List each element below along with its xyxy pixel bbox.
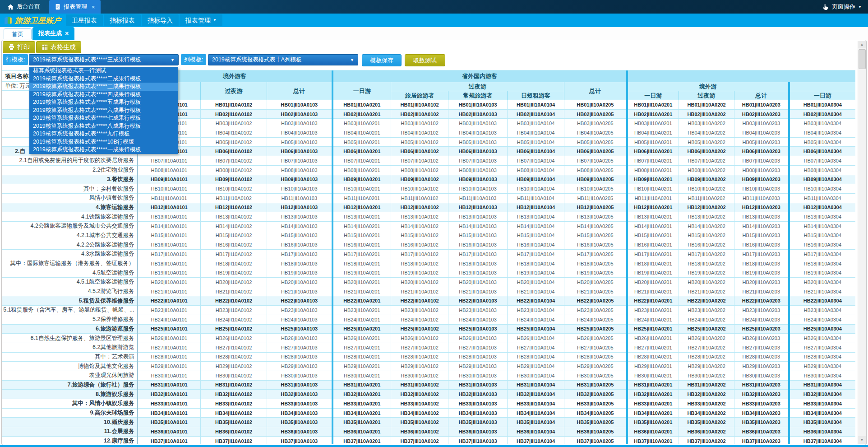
table-row[interactable]: 5.2保养维修服务HB24|II10A0101HB24|II10A0102HB2… — [2, 315, 856, 324]
dropdown-option[interactable]: 2019核算系统报表格式表*****七成果行模板 — [29, 114, 178, 122]
code-cell: HB37|III10A0203 — [734, 436, 789, 444]
table-row[interactable]: 11.会展服务HB36|II10A0101HB36|II10A0102HB36|… — [2, 427, 856, 437]
scroll-up-icon[interactable]: ▲ — [858, 41, 866, 48]
table-row[interactable]: 2.1自用或免费使用的用于度假的次要居所服务HB07|II10A0101HB07… — [2, 156, 856, 166]
code-cell: HB09|III10A0202 — [679, 175, 734, 184]
menu-item-report-management[interactable]: 报表管理 ▼ — [180, 14, 222, 26]
dropdown-option[interactable]: 2019核算系统报表格式表*****五成果行模板 — [29, 98, 178, 107]
table-row[interactable]: 3.餐饮服务HB09|II10A0101HB09|II10A0102HB09|I… — [2, 175, 856, 184]
close-icon[interactable]: × — [92, 4, 95, 10]
code-cell: HB09|III10A0103 — [448, 175, 508, 184]
row-label: 11.会展服务 — [2, 427, 138, 437]
code-cell: HB10|II10A0205 — [564, 184, 627, 194]
code-cell: HB05|III10A0202 — [679, 137, 734, 147]
code-cell: HB37|II10A0101 — [138, 436, 201, 444]
code-cell: HB22|II10A0201 — [332, 296, 391, 306]
dropdown-option[interactable]: 2019核算系统报表格式表*****六成果行模板 — [29, 107, 178, 115]
code-cell: HB13|II10A0101 — [138, 212, 201, 222]
code-cell: HB32|III10A0104 — [508, 390, 564, 399]
code-cell: HB03|III10A0201 — [627, 119, 679, 128]
code-cell: HB03|II10A0201 — [332, 119, 391, 128]
menu-item-satellite-reports[interactable]: 卫星报表 — [66, 14, 103, 26]
dropdown-option[interactable]: 2019核算系统报表格式表*****九行模板 — [29, 130, 178, 138]
table-row[interactable]: 10.婚庆服务HB35|II10A0101HB35|II10A0102HB35|… — [2, 418, 856, 427]
fetch-test-button[interactable]: 取数测试 — [405, 54, 445, 66]
table-row[interactable]: 4.1铁路旅客运输服务HB13|II10A0101HB13|II10A0102H… — [2, 212, 856, 222]
table-row[interactable]: 4.3水路旅客运输服务HB17|II10A0101HB17|II10A0102H… — [2, 250, 856, 259]
dropdown-option[interactable]: 核算系统报表格式表一行测试 — [29, 67, 178, 75]
table-row[interactable]: 6.旅游游览服务HB25|II10A0101HB25|II10A0102HB25… — [2, 324, 856, 334]
code-cell: HB09|II10A0201 — [332, 175, 391, 184]
row-template-select[interactable]: 2019核算系统报表格式表*****三成果行模板 ▼ — [29, 54, 179, 65]
menu-item-indicator-import[interactable]: 指标导入 — [142, 14, 179, 26]
code-cell: HB28|III10A0202 — [679, 352, 734, 362]
dropdown-option[interactable]: 2019核算系统报表格式表*****三成果行模板 — [29, 83, 178, 91]
table-row[interactable]: 2.2住宅物业服务HB08|II10A0101HB08|II10A0102HB0… — [2, 165, 856, 175]
row-template-dropdown-list[interactable]: 核算系统报表格式表一行测试2019核算系统报表格式表*****二成果行模板201… — [29, 67, 178, 154]
scroll-down-icon[interactable]: ▼ — [858, 436, 866, 444]
table-row[interactable]: 4.2公路旅客运输服务及城市公共交通服务HB14|II10A0101HB14|I… — [2, 221, 856, 231]
table-row[interactable]: 4.2.2公路旅客运输服务HB16|II10A0101HB16|II10A010… — [2, 240, 856, 250]
table-row[interactable]: 农业观光休闲旅游HB30|II10A0101HB30|II10A0102HB30… — [2, 371, 856, 380]
table-row[interactable]: 12.康疗服务HB37|II10A0101HB37|II10A0102HB37|… — [2, 436, 856, 444]
code-cell: HB36|III10A0102 — [391, 427, 448, 437]
top-tab-report-management[interactable]: 报表管理 × — [49, 0, 101, 14]
table-row[interactable]: 其中：风情小镇娱乐服务HB33|II10A0101HB33|II10A0102H… — [2, 399, 856, 409]
tab-home[interactable]: 首页 — [4, 28, 32, 39]
table-row[interactable]: 6.1自然生态保护服务、旅游景区管理服务HB26|II10A0101HB26|I… — [2, 334, 856, 343]
dropdown-option[interactable]: 2019核算系统报表格式表*****二成果行模板 — [29, 75, 178, 83]
code-cell: HB07|III10A0102 — [391, 156, 448, 166]
table-row[interactable]: 风情小镇餐饮服务HB11|II10A0101HB11|II10A0102HB11… — [2, 193, 856, 203]
table-row[interactable]: 4.5.1航空旅客运输服务HB20|II10A0101HB20|II10A010… — [2, 278, 856, 287]
bottom-edge-strip — [0, 445, 868, 447]
print-button[interactable]: 打印 — [3, 41, 35, 53]
table-row[interactable]: 其中：艺术表演HB28|II10A0101HB28|II10A0102HB28|… — [2, 352, 856, 362]
menu-item-indicator-reports[interactable]: 指标报表 — [104, 14, 141, 26]
dropdown-option[interactable]: 2019核算系统报表格式表*****八成果行模板 — [29, 122, 178, 130]
code-cell: HB06|III10A0202 — [679, 147, 734, 156]
table-row[interactable]: 其中：国际旅客运输服务（港务服务、签证服务）HB18|II10A0101HB18… — [2, 259, 856, 268]
code-cell: HB06|III10A0103 — [448, 147, 508, 156]
dropdown-option[interactable]: 2019核算系统报表格式表*****一成果行模板 — [29, 146, 178, 154]
code-cell: HB05|III10A0203 — [734, 137, 789, 147]
code-cell: HB34|III10A0201 — [627, 408, 679, 418]
scrollbar-thumb[interactable] — [859, 49, 866, 69]
code-cell: HB17|II10A0201 — [332, 250, 391, 259]
table-row[interactable]: 5.1租赁服务（含汽车、房车、游艇的租赁、帆船、...HB23|II10A010… — [2, 306, 856, 315]
col-template-chip: 列模板: — [181, 54, 206, 65]
code-cell: HB10|III10A0203 — [734, 184, 789, 194]
dropdown-option[interactable]: 2019核算系统报表格式表*****四成果行模板 — [29, 91, 178, 99]
table-generate-button[interactable]: 表格生成 — [36, 41, 81, 53]
code-cell: HB27|III10A0103 — [448, 343, 508, 352]
table-row[interactable]: 7.旅游综合（旅行社）服务HB31|II10A0101HB31|II10A010… — [2, 380, 856, 390]
table-row[interactable]: 6.2其他旅游游览HB27|II10A0101HB27|II10A0102HB2… — [2, 343, 856, 352]
tab-report-generation[interactable]: 报表生成 × — [32, 27, 74, 40]
table-row[interactable]: 5.租赁及保养维修服务HB22|II10A0101HB22|II10A0102H… — [2, 296, 856, 306]
vertical-scrollbar[interactable]: ▲ ▼ — [858, 41, 866, 444]
table-row[interactable]: 博物馆及其他文化服务HB29|II10A0101HB29|II10A0102HB… — [2, 362, 856, 371]
code-cell: HB17|II10A0101 — [138, 250, 201, 259]
table-row[interactable]: 其中：乡村餐饮服务HB10|II10A0101HB10|II10A0102HB1… — [2, 184, 856, 194]
code-cell: HB37|II10A0103 — [267, 436, 332, 444]
table-row[interactable]: 4.旅客运输服务HB12|II10A0101HB12|II10A0102HB12… — [2, 203, 856, 212]
code-cell: HB01|III10A0304 — [789, 100, 855, 110]
table-row[interactable]: 4.2.1城市公共交通服务HB15|II10A0101HB15|II10A010… — [2, 231, 856, 240]
close-icon[interactable]: × — [65, 27, 69, 40]
code-cell: HB24|II10A0205 — [564, 315, 627, 324]
table-row[interactable]: 4.5.2游览飞行服务HB21|II10A0101HB21|II10A0102H… — [2, 287, 856, 296]
table-row[interactable]: 8.旅游娱乐服务HB32|II10A0101HB32|II10A0102HB32… — [2, 390, 856, 399]
page-actions-menu[interactable]: 页面操作 ▼ — [822, 3, 868, 11]
backend-home-button[interactable]: 后台首页 — [0, 0, 47, 14]
table-row[interactable]: 4.5航空运输服务HB19|II10A0101HB19|II10A0102HB1… — [2, 268, 856, 278]
subgroup-header — [789, 82, 855, 91]
code-cell: HB05|III10A0104 — [508, 137, 564, 147]
code-cell: HB23|III10A0103 — [448, 306, 508, 315]
code-cell: HB21|III10A0201 — [627, 287, 679, 296]
template-save-button[interactable]: 模板保存 — [362, 54, 402, 66]
col-template-select[interactable]: 2019核算系统报表格式表十A列模板 ▼ — [208, 54, 358, 65]
code-cell: HB22|III10A0103 — [448, 296, 508, 306]
code-cell: HB28|II10A0101 — [138, 352, 201, 362]
dropdown-option[interactable]: 2019核算系统报表格式表*****10B行模版 — [29, 138, 178, 146]
table-row[interactable]: 9.高尔夫球场服务HB34|II10A0101HB34|II10A0102HB3… — [2, 408, 856, 418]
code-cell: HB13|III10A0201 — [627, 212, 679, 222]
